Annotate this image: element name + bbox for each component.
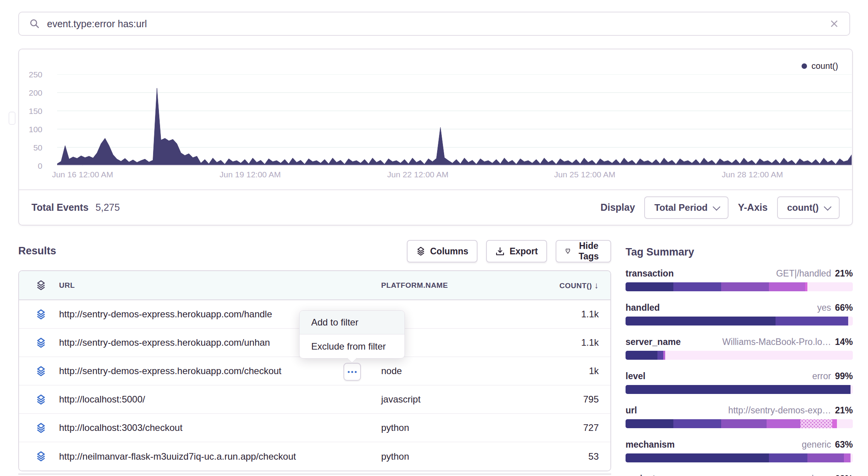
tag-distribution-bar[interactable] [626, 453, 853, 462]
tag-bar-segment[interactable] [807, 453, 844, 462]
row-platform[interactable]: python [381, 451, 548, 462]
tag-bar-segment[interactable] [626, 419, 673, 428]
tag-distribution-bar[interactable] [626, 351, 853, 360]
tag-bar-segment[interactable] [851, 385, 853, 394]
stack-icon [36, 394, 46, 405]
row-count[interactable]: 1.1k [548, 337, 610, 348]
hide-tags-button-label: Hide Tags [575, 241, 602, 262]
tag-top-value: error [812, 371, 831, 382]
download-icon [495, 247, 505, 256]
stack-icon [36, 451, 46, 462]
tag-bar-segment[interactable] [844, 453, 851, 462]
columns-button[interactable]: Columns [407, 240, 478, 262]
cell-actions-button[interactable] [343, 363, 361, 381]
clear-search-icon[interactable] [829, 19, 839, 29]
tag-bar-segment[interactable] [807, 282, 853, 291]
row-count[interactable]: 1.1k [548, 309, 610, 320]
column-header-count[interactable]: COUNT()↓ [548, 280, 610, 290]
stack-icon [36, 309, 46, 320]
tag-bar-segment[interactable] [832, 419, 837, 428]
export-button[interactable]: Export [486, 240, 547, 262]
stack-icon [36, 423, 46, 433]
results-toolbar: Columns Export Hide Tags [407, 240, 611, 262]
tag-distribution-bar[interactable] [626, 317, 853, 326]
column-header-url[interactable]: URL [59, 281, 381, 290]
tag-bar-segment[interactable] [626, 385, 851, 394]
display-label: Display [600, 202, 635, 213]
chevron-down-icon [713, 203, 720, 210]
events-area-chart[interactable] [57, 74, 852, 166]
tag-bar-segment[interactable] [776, 317, 848, 326]
hide-tags-button[interactable]: Hide Tags [556, 240, 611, 262]
tag-bar-segment[interactable] [721, 282, 769, 291]
row-count[interactable]: 727 [548, 422, 610, 433]
display-select[interactable]: Total Period [644, 196, 729, 219]
x-tick-label: Jun 16 12:00 AM [52, 170, 113, 179]
row-count[interactable]: 1k [548, 366, 610, 376]
total-events-value: 5,275 [96, 202, 120, 213]
dot-icon [355, 371, 357, 373]
sort-desc-icon: ↓ [594, 280, 599, 290]
row-platform[interactable]: python [381, 422, 548, 433]
legend-label: count() [812, 61, 838, 71]
tag-bar-segment[interactable] [657, 351, 663, 360]
row-count[interactable]: 795 [548, 394, 610, 405]
tag-top-value: http://sentry-demos-exp… [728, 405, 831, 416]
tag-bar-segment[interactable] [673, 419, 721, 428]
export-button-label: Export [509, 246, 538, 257]
tag-row: server_name Williams-MacBook-Pro.lo… 14% [626, 337, 853, 360]
legend-dot-icon [802, 63, 807, 69]
table-row[interactable]: http://localhost:3003/checkout python 72… [19, 414, 610, 442]
header-stack-icon-cell[interactable] [19, 280, 59, 290]
table-row[interactable]: http://neilmanvar-flask-m3uuizd7iq-uc.a.… [19, 442, 610, 471]
cell-action-menu: Add to filter Exclude from filter [299, 310, 405, 359]
tag-bar-segment[interactable] [769, 453, 807, 462]
tag-bar-segment[interactable] [626, 351, 657, 360]
table-row[interactable]: http://localhost:5000/ javascript 795 [19, 385, 610, 414]
tag-bar-segment[interactable] [767, 419, 801, 428]
y-axis-select[interactable]: count() [777, 196, 840, 219]
tag-top-value: GET|/handled [776, 268, 831, 279]
row-count[interactable]: 53 [548, 451, 610, 462]
column-header-platform[interactable]: PLATFORM.NAME [381, 281, 548, 290]
search-input[interactable] [47, 18, 822, 30]
table-row[interactable]: http://sentry-demos-express.herokuapp.co… [19, 357, 610, 385]
tag-name: handled [626, 303, 660, 313]
row-url[interactable]: http://localhost:5000/ [59, 394, 381, 405]
tag-bar-segment[interactable] [673, 282, 721, 291]
menu-item-add-to-filter[interactable]: Add to filter [300, 311, 404, 334]
stack-icon [36, 280, 46, 290]
tag-bar-segment[interactable] [800, 419, 832, 428]
tag-row: transaction GET|/handled 21% [626, 268, 853, 291]
tag-top-value: generic [802, 439, 831, 450]
tag-bar-segment[interactable] [848, 317, 853, 326]
tag-distribution-bar[interactable] [626, 282, 853, 291]
tag-bar-segment[interactable] [626, 282, 673, 291]
row-platform[interactable]: javascript [381, 394, 548, 405]
y-tick-label: 0 [14, 161, 42, 171]
row-url[interactable]: http://localhost:3003/checkout [59, 422, 381, 433]
tag-top-percentage: 21% [835, 405, 853, 416]
tag-bar-segment[interactable] [665, 351, 853, 360]
tag-bar-segment[interactable] [721, 419, 767, 428]
tag-name: url [626, 405, 637, 416]
row-url[interactable]: http://sentry-demos-express.herokuapp.co… [59, 366, 381, 376]
tag-bar-segment[interactable] [626, 453, 769, 462]
tag-icon [565, 247, 571, 256]
tag-summary-title: Tag Summary [626, 246, 853, 258]
x-tick-label: Jun 25 12:00 AM [554, 170, 615, 179]
row-platform[interactable]: node [381, 366, 548, 376]
chart-legend[interactable]: count() [802, 61, 838, 71]
tag-top-percentage: 21% [835, 268, 853, 279]
tag-bar-segment[interactable] [837, 419, 853, 428]
table-next-row-divider [18, 474, 611, 474]
tag-distribution-bar[interactable] [626, 419, 853, 428]
stack-icon [416, 247, 425, 256]
tag-bar-segment[interactable] [626, 317, 776, 326]
tag-bar-segment[interactable] [769, 282, 805, 291]
tag-distribution-bar[interactable] [626, 385, 853, 394]
tag-name: mechanism [626, 439, 675, 450]
row-url[interactable]: http://neilmanvar-flask-m3uuizd7iq-uc.a.… [59, 451, 381, 462]
tag-bar-segment[interactable] [851, 453, 853, 462]
tag-top-value: yes [817, 303, 831, 313]
